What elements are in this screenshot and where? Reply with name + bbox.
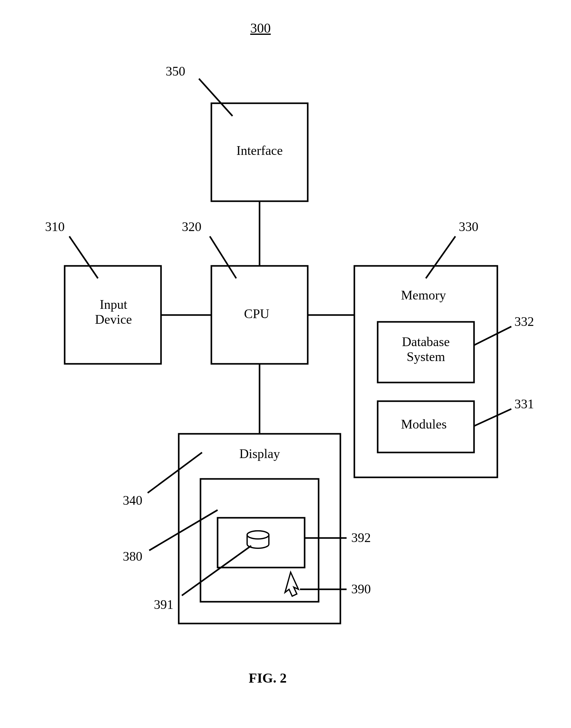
leader-380 (149, 510, 218, 550)
leader-330 (426, 236, 455, 278)
leader-332 (474, 326, 511, 345)
ref-340: 340 (123, 493, 142, 508)
ref-331: 331 (515, 397, 534, 411)
modules-label: Modules (401, 417, 447, 432)
leader-340 (148, 452, 202, 493)
ref-350: 350 (166, 64, 185, 79)
ref-332: 332 (515, 314, 534, 329)
ref-391: 391 (154, 597, 174, 612)
leader-331 (474, 409, 511, 426)
ref-390: 390 (351, 582, 371, 597)
display-label: Display (239, 446, 280, 461)
leader-391 (182, 546, 251, 596)
memory-label: Memory (401, 288, 446, 303)
figure-caption: FIG. 2 (249, 670, 287, 686)
leader-310 (69, 236, 98, 278)
block-diagram (0, 0, 571, 728)
ref-330: 330 (459, 219, 478, 234)
figure-number: 300 (250, 20, 271, 36)
cursor-arrow-icon (285, 572, 299, 596)
display-box (179, 434, 340, 624)
ref-392: 392 (351, 530, 371, 545)
input-device-label: Input Device (82, 297, 144, 327)
ref-320: 320 (182, 219, 201, 234)
database-system-label: Database System (395, 334, 457, 364)
ref-310: 310 (45, 219, 65, 234)
leader-320 (210, 236, 236, 278)
cpu-label: CPU (244, 306, 269, 321)
ref-380: 380 (123, 549, 142, 564)
interface-label: Interface (235, 143, 284, 158)
svg-point-0 (247, 531, 269, 539)
leader-350 (199, 79, 232, 116)
